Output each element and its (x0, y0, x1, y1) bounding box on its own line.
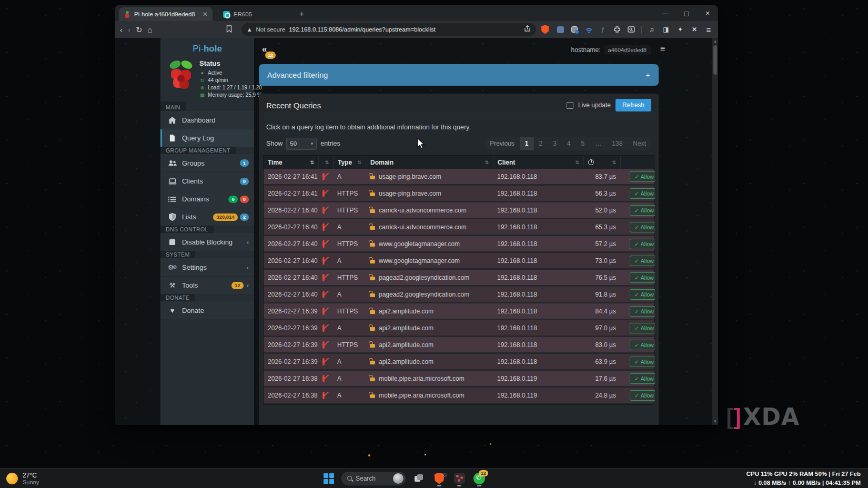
sidebar-item-disable-blocking[interactable]: Disable Blocking‹ (160, 233, 254, 251)
tab-session-extension-icon[interactable] (570, 25, 579, 34)
sidebar-item-domains[interactable]: Domains60 (160, 190, 254, 208)
column-client[interactable]: Client⇅ (493, 156, 583, 169)
allow-button[interactable]: ✓ Allow (630, 340, 655, 350)
close-button[interactable]: ✕ (697, 10, 718, 17)
leo-ai-icon[interactable]: ✦ (676, 25, 684, 34)
pagination-page-1[interactable]: 1 (520, 137, 534, 150)
sidebar-item-lists[interactable]: Lists320,8142 (160, 208, 254, 226)
brave-shield-icon[interactable] (541, 25, 549, 34)
pagination-page-3[interactable]: 3 (548, 137, 562, 150)
taskbar-weather-widget[interactable]: 27°C Sunny (0, 472, 116, 485)
query-table-row[interactable]: 2026-02-27 16:40:11HTTPSwww.googletagman… (264, 236, 654, 253)
allow-button[interactable]: ✓ Allow (630, 239, 655, 249)
allow-button[interactable]: ✓ Allow (630, 323, 655, 333)
query-table-row[interactable]: 2026-02-27 16:39:38HTTPSapi2.amplitude.c… (264, 303, 654, 320)
allow-button[interactable]: ✓ Allow (630, 222, 655, 232)
sort-icon[interactable]: ⇅ (325, 160, 329, 165)
allow-button[interactable]: ✓ Allow (630, 373, 655, 384)
start-button[interactable] (324, 473, 334, 484)
allow-button[interactable]: ✓ Allow (630, 188, 655, 199)
search-highlight-image[interactable] (393, 473, 403, 484)
allow-button[interactable]: ✓ Allow (630, 205, 655, 216)
page-menu-icon[interactable]: ≡ (660, 44, 665, 54)
page-scrollbar[interactable]: ▲ ▼ (712, 38, 718, 425)
query-table-row[interactable]: 2026-02-27 16:40:11Acarrick-ui.advoncomm… (264, 219, 654, 236)
maximize-button[interactable]: ▢ (676, 10, 697, 17)
expand-plus-icon[interactable]: + (645, 70, 650, 79)
allow-button[interactable]: ✓ Allow (630, 357, 655, 367)
scroll-up-icon[interactable]: ▲ (712, 39, 718, 44)
page-size-select[interactable]: 50 ▾ (286, 138, 317, 150)
query-table-row[interactable]: 2026-02-27 16:40:11Awww.googletagmanager… (264, 253, 654, 270)
query-table-row[interactable]: 2026-02-27 16:38:59Amobile.pipe.aria.mic… (264, 371, 654, 388)
column-status[interactable]: ⇅ (318, 156, 333, 169)
reload-button[interactable]: ↻ (136, 26, 143, 34)
scrollbar-thumb[interactable] (713, 45, 717, 75)
query-table-row[interactable]: 2026-02-27 16:40:11Apagead2.googlesyndic… (264, 287, 654, 303)
query-table-row[interactable]: 2026-02-27 16:41:01HTTPSusage-ping.brave… (264, 186, 654, 202)
task-view-button[interactable] (413, 471, 426, 486)
sort-icon[interactable]: ⇅ (612, 160, 616, 165)
column-type[interactable]: Type⇅ (333, 156, 366, 169)
media-control-icon[interactable]: ♫ (648, 25, 656, 34)
column-domain[interactable]: Domain⇅ (366, 156, 493, 169)
url-text[interactable]: 192.168.0.115:8086/admin/queries?upstrea… (289, 26, 520, 33)
pagination-next[interactable]: Next (628, 137, 651, 150)
home-button[interactable]: ⌂ (148, 26, 153, 34)
sidebar-item-query-log[interactable]: Query Log (160, 129, 254, 147)
pagination-page-4[interactable]: 4 (562, 137, 576, 150)
customize-toolbar-icon[interactable]: ✕ (690, 25, 699, 34)
advanced-filtering-bar[interactable]: Advanced filtering + (259, 64, 659, 86)
browser-menu-icon[interactable]: ≡ (704, 25, 713, 34)
minimize-button[interactable]: — (655, 10, 676, 16)
tab-close-icon[interactable]: ✕ (203, 11, 208, 18)
query-table-row[interactable]: 2026-02-27 16:39:38Aapi2.amplitude.com19… (264, 320, 654, 337)
address-bar[interactable]: ▲ Not secure 192.168.0.115:8086/admin/qu… (241, 23, 536, 36)
tab-er605[interactable]: ER605 (218, 7, 292, 21)
wifi-cast-icon[interactable] (584, 25, 593, 34)
query-table-row[interactable]: 2026-02-27 16:39:12Aapi2.amplitude.com19… (264, 354, 654, 371)
sidebar-item-groups[interactable]: Groups1 (160, 154, 254, 172)
app-taskbar-icon[interactable] (453, 471, 466, 486)
query-table-row[interactable]: 2026-02-27 16:40:11HTTPSpagead2.googlesy… (264, 270, 654, 287)
back-button[interactable]: ‹ (120, 26, 123, 34)
sidebar-item-settings[interactable]: ⚙⚙Settings‹ (160, 258, 254, 276)
sort-icon[interactable]: ⇅ (310, 160, 314, 165)
pagination-page-138[interactable]: 138 (607, 137, 628, 150)
pagination-page-2[interactable]: 2 (534, 137, 548, 150)
taskbar-search[interactable]: Search (341, 472, 406, 485)
bookmark-icon[interactable] (226, 25, 232, 34)
pagination-page-5[interactable]: 5 (576, 137, 590, 150)
sort-icon[interactable]: ⇅ (575, 160, 579, 165)
column-reply-time[interactable]: ⇅ (583, 156, 620, 169)
system-tray-stats[interactable]: CPU 11% GPU 2% RAM 50% | Fri 27 Feb ↓ 0.… (746, 470, 868, 487)
find-on-page-icon[interactable] (627, 25, 635, 34)
sidebar-item-donate[interactable]: ♥Donate (160, 301, 254, 319)
sidebar-toggle-icon[interactable]: ◨ (662, 25, 670, 34)
extensions-puzzle-icon[interactable] (613, 25, 621, 34)
sidebar-item-clients[interactable]: Clients0 (160, 172, 254, 190)
flux-extension-icon[interactable]: ƒ (599, 25, 607, 34)
allow-button[interactable]: ✓ Allow (630, 256, 655, 266)
query-table-row[interactable]: 2026-02-27 16:40:11HTTPScarrick-ui.advon… (264, 202, 654, 219)
query-table-row[interactable]: 2026-02-27 16:38:56Amobile.pipe.aria.mic… (264, 388, 654, 404)
query-table-row[interactable]: 2026-02-27 16:39:12HTTPSapi2.amplitude.c… (264, 337, 654, 354)
sort-icon[interactable]: ⇅ (357, 160, 361, 165)
allow-button[interactable]: ✓ Allow (630, 171, 655, 182)
allow-button[interactable]: ✓ Allow (630, 289, 655, 300)
allow-button[interactable]: ✓ Allow (630, 272, 655, 283)
whatsapp-taskbar-icon[interactable]: 12 (473, 471, 486, 486)
allow-button[interactable]: ✓ Allow (630, 306, 655, 317)
share-icon[interactable] (524, 25, 531, 34)
column-time[interactable]: Time⇅ (264, 156, 318, 169)
forward-button[interactable]: › (128, 26, 130, 34)
sidebar-item-dashboard[interactable]: Dashboard (160, 111, 254, 129)
live-update-checkbox[interactable] (567, 102, 573, 109)
scroll-down-icon[interactable]: ▼ (712, 419, 718, 424)
brave-taskbar-icon[interactable]: × (433, 471, 446, 486)
password-extension-icon[interactable] (556, 25, 564, 34)
new-tab-button[interactable]: + (299, 9, 304, 18)
allow-button[interactable]: ✓ Allow (630, 390, 655, 401)
sort-icon[interactable]: ⇅ (485, 160, 489, 165)
sidebar-item-tools[interactable]: ⚒Tools12‹ (160, 276, 254, 294)
